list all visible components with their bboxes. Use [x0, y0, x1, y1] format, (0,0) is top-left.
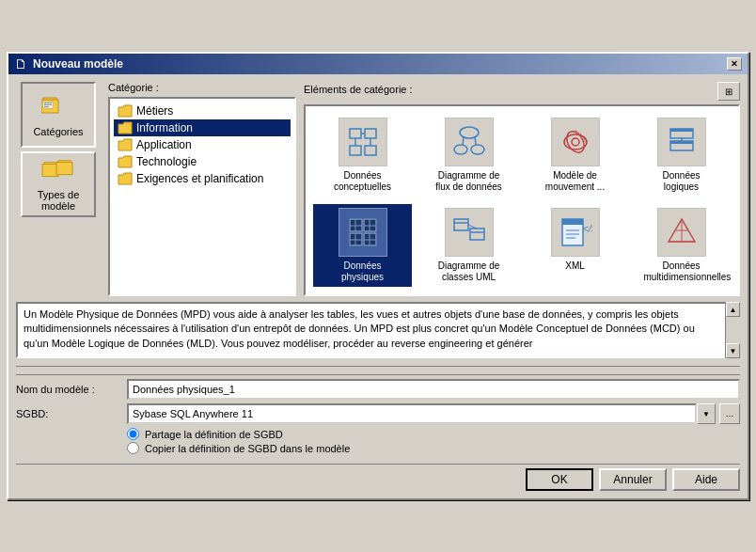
svg-point-24 — [572, 138, 579, 146]
svg-rect-4 — [44, 104, 52, 105]
folder-metiers-icon — [118, 104, 133, 118]
sgbd-select-row: ▼ … — [127, 403, 740, 424]
svg-rect-7 — [42, 165, 58, 177]
svg-rect-10 — [350, 129, 361, 138]
title-bar-controls: ✕ — [727, 57, 742, 71]
svg-text:</>: </> — [583, 224, 592, 234]
item-donnees-physiques[interactable]: Données physiques — [313, 204, 412, 287]
categories-icon — [41, 92, 75, 122]
item-modele-mouvement[interactable]: Modèle de mouvement ... — [526, 114, 624, 197]
nom-input[interactable] — [127, 379, 740, 400]
types-icon — [41, 157, 75, 185]
modele-mouvement-icon — [551, 118, 600, 166]
sgbd-select-wrapper: ▼ — [127, 403, 716, 424]
ok-button[interactable]: OK — [526, 468, 593, 491]
nom-label: Nom du modèle : — [16, 384, 119, 395]
types-label: Types de modèle — [26, 189, 90, 212]
top-section: Catégories Types de modèle Catégorie : — [16, 82, 740, 296]
tree-item-exigences[interactable]: Exigences et planification — [114, 170, 291, 187]
svg-rect-43 — [454, 219, 468, 230]
folder-information-icon — [118, 121, 133, 134]
donnees-conceptuelles-icon — [339, 118, 387, 166]
title-bar: 🗋 Nouveau modèle ✕ — [8, 54, 748, 74]
svg-line-21 — [475, 136, 476, 145]
folder-exigences-icon — [118, 172, 133, 185]
form-area: Nom du modèle : SGBD: ▼ … Partage la — [16, 374, 740, 458]
left-panel: Catégories Types de modèle — [16, 82, 101, 296]
separator — [16, 366, 740, 367]
nom-row: Nom du modèle : — [16, 379, 740, 400]
view-toggle-button[interactable]: ⊞ — [717, 82, 740, 101]
svg-point-19 — [471, 145, 484, 154]
window-icon: 🗋 — [14, 56, 27, 71]
svg-rect-30 — [349, 218, 377, 246]
svg-rect-13 — [365, 146, 376, 155]
right-panel-header: Eléments de catégorie : ⊞ — [304, 82, 740, 101]
svg-point-17 — [460, 127, 479, 138]
radio-partage-label: Partage la définition de SGBD — [145, 429, 283, 440]
svg-rect-28 — [670, 141, 693, 144]
radio-group: Partage la définition de SGBD Copier la … — [16, 428, 740, 454]
svg-rect-49 — [562, 219, 583, 225]
item-diagramme-classes[interactable]: Diagramme de classes UML — [419, 204, 518, 287]
annuler-button[interactable]: Annuler — [599, 468, 667, 491]
close-button[interactable]: ✕ — [727, 57, 742, 71]
item-donnees-multi[interactable]: Données multidimensionnelles — [632, 204, 731, 287]
tree-item-application[interactable]: Application — [114, 136, 291, 153]
category-label: Catégorie : — [108, 82, 296, 93]
diagramme-classes-icon — [445, 208, 494, 257]
right-panel: Eléments de catégorie : ⊞ — [304, 82, 740, 296]
donnees-multi-icon — [657, 208, 706, 257]
folder-application-icon — [118, 138, 133, 151]
item-donnees-conceptuelles[interactable]: Donnéesconceptuelles — [313, 114, 412, 197]
diagramme-flux-icon — [445, 118, 494, 166]
diagramme-flux-label: Diagramme de flux de données — [432, 170, 507, 193]
sgbd-field[interactable] — [127, 403, 697, 424]
button-row: OK Annuler Aide — [16, 464, 740, 491]
scroll-down-button[interactable]: ▼ — [726, 343, 740, 358]
item-xml[interactable]: </> XML — [526, 204, 624, 287]
aide-button[interactable]: Aide — [672, 468, 740, 491]
tree-container[interactable]: Métiers Information Applicat — [108, 97, 296, 296]
tree-item-metiers[interactable]: Métiers — [114, 103, 291, 119]
sgbd-extra-button[interactable]: … — [719, 403, 740, 424]
tree-item-information[interactable]: Information — [114, 119, 291, 136]
sgbd-label: SGBD: — [16, 408, 119, 419]
title-bar-left: 🗋 Nouveau modèle — [14, 56, 123, 71]
types-button[interactable]: Types de modèle — [21, 151, 96, 217]
donnees-physiques-label: Données physiques — [325, 260, 401, 283]
svg-rect-26 — [670, 129, 693, 132]
svg-rect-11 — [365, 129, 376, 138]
item-diagramme-flux[interactable]: Diagramme de flux de données — [419, 114, 518, 197]
svg-point-18 — [454, 145, 467, 154]
description-area: Un Modèle Physique de Données (MPD) vous… — [16, 302, 740, 358]
svg-rect-9 — [56, 163, 72, 175]
svg-rect-12 — [350, 146, 361, 155]
radio-copier-label: Copier la définition de SGBD dans le mod… — [145, 443, 350, 454]
main-window: 🗋 Nouveau modèle ✕ — [7, 52, 749, 500]
categories-button[interactable]: Catégories — [21, 82, 96, 148]
diagramme-classes-label: Diagramme de classes UML — [432, 260, 507, 283]
sgbd-dropdown-arrow[interactable]: ▼ — [697, 403, 716, 424]
window-title: Nouveau modèle — [33, 57, 123, 71]
elements-label: Eléments de catégorie : — [304, 84, 413, 95]
tree-item-technologie[interactable]: Technologie — [114, 153, 291, 170]
donnees-logiques-label: Données logiques — [644, 170, 719, 193]
folder-technologie-icon — [118, 155, 133, 168]
scroll-up-button[interactable]: ▲ — [726, 302, 740, 317]
description-scrollbar[interactable]: ▲ ▼ — [725, 302, 740, 358]
radio-copier[interactable]: Copier la définition de SGBD dans le mod… — [127, 442, 740, 454]
donnees-conceptuelles-label: Donnéesconceptuelles — [334, 170, 391, 193]
middle-panel: Catégorie : Métiers Informatio — [108, 82, 296, 296]
categories-label: Catégories — [33, 126, 83, 137]
radio-partage[interactable]: Partage la définition de SGBD — [127, 428, 740, 440]
items-grid: Donnéesconceptuelles — [304, 104, 740, 296]
svg-rect-3 — [44, 103, 52, 103]
donnees-logiques-icon — [657, 118, 706, 166]
svg-rect-45 — [470, 229, 484, 240]
xml-icon: </> — [551, 208, 600, 257]
item-donnees-logiques[interactable]: Données logiques — [632, 114, 731, 197]
xml-label: XML — [565, 260, 585, 272]
donnees-physiques-icon — [339, 208, 387, 257]
svg-point-23 — [563, 129, 588, 156]
